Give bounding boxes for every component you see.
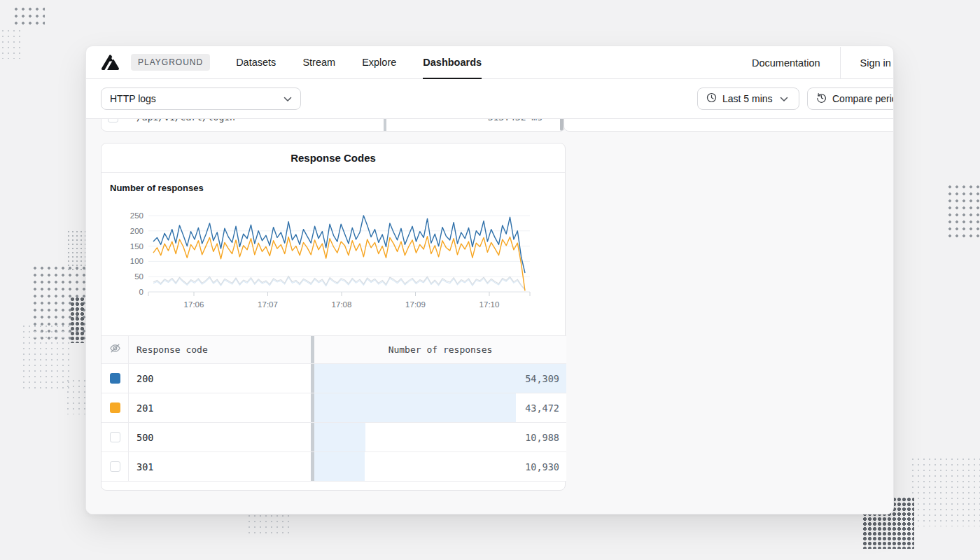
svg-text:250: 250 [130,211,144,220]
app-window: PLAYGROUND DatasetsStreamExploreDashboar… [85,46,894,514]
response-codes-chart[interactable]: 05010015020025017:0617:0717:0817:0917:10 [102,204,566,316]
compare-periods-label: Compare periods [832,93,894,104]
time-range-label: Last 5 mins [722,93,773,104]
column-header-response-code[interactable]: Response code [129,336,311,363]
nav-link-documentation[interactable]: Documentation [752,57,820,69]
nav-tabs: DatasetsStreamExploreDashboards [236,46,482,79]
dataset-select-value: HTTP logs [110,93,156,104]
halftone-decoration [0,28,24,59]
svg-text:50: 50 [134,272,144,281]
nav-left: PLAYGROUND DatasetsStreamExploreDashboar… [86,46,482,78]
toggle-visibility-header[interactable] [102,336,129,363]
route-value: 313.432 ms [488,119,542,122]
nav-right: Documentation Sign in [752,46,891,79]
svg-text:0: 0 [139,288,144,296]
tab-dashboards[interactable]: Dashboards [423,46,482,79]
tab-explore[interactable]: Explore [362,46,396,79]
count-value: 10,930 [525,452,559,481]
table-row[interactable]: 301 10,930 [102,452,566,482]
svg-text:17:10: 17:10 [479,300,500,309]
dataset-select[interactable]: HTTP logs [101,88,301,110]
eye-off-icon [109,342,121,357]
column-header-count[interactable]: Number of responses [314,336,566,363]
response-codes-card: Response Codes Number of responses 05010… [101,143,566,491]
tab-stream[interactable]: Stream [302,46,335,79]
response-code-cell: 201 [129,393,311,422]
series-swatch[interactable] [108,119,118,122]
series-swatch[interactable] [110,461,120,472]
svg-text:17:08: 17:08 [332,300,352,309]
count-cell: 54,309 [314,364,566,393]
table-body: 200 54,309 201 43,472 500 10,988 301 10,… [102,364,566,482]
count-bar [314,452,365,481]
count-cell: 43,472 [314,393,566,422]
chevron-down-icon [780,93,788,104]
nav-link-sign-in[interactable]: Sign in [860,57,891,69]
clipped-card-right [564,119,893,132]
response-code-cell: 200 [129,364,311,393]
table-row[interactable]: 201 43,472 [102,393,566,423]
axiom-logo-icon[interactable] [101,54,120,71]
halftone-decoration [910,456,980,526]
chevron-down-icon [284,93,292,104]
compare-periods-button[interactable]: Compare periods [807,88,894,110]
table-row[interactable]: 200 54,309 [102,364,566,393]
series-swatch[interactable] [110,373,120,384]
tab-datasets[interactable]: Datasets [236,46,276,79]
response-code-cell: 301 [129,452,311,481]
svg-text:17:09: 17:09 [405,300,426,309]
halftone-decoration [246,513,290,534]
top-nav: PLAYGROUND DatasetsStreamExploreDashboar… [86,46,893,79]
series-swatch[interactable] [110,402,120,413]
route-path: /api/v1/cart/login [136,119,235,122]
table-row[interactable]: 500 10,988 [102,423,566,452]
halftone-decoration [946,183,980,238]
chart-ylabel: Number of responses [110,183,565,193]
halftone-decoration [13,6,45,27]
svg-text:100: 100 [130,257,144,265]
svg-text:17:07: 17:07 [258,300,278,309]
count-bar [314,423,365,451]
svg-text:200: 200 [130,227,144,235]
table-header-row: Response code Number of responses [102,336,566,364]
time-range-button[interactable]: Last 5 mins [697,88,799,110]
count-cell: 10,988 [314,423,566,451]
response-code-cell: 500 [129,423,311,451]
nav-divider [840,47,841,79]
count-value: 10,988 [525,423,559,451]
history-icon [816,92,827,105]
dashboard-content: /api/v1/cart/login 313.432 ms Response C… [86,119,893,514]
svg-text:150: 150 [130,242,144,251]
page-background: PLAYGROUND DatasetsStreamExploreDashboar… [0,0,980,560]
halftone-decoration [21,323,71,389]
count-value: 54,309 [525,364,559,393]
count-bar [314,393,516,422]
playground-badge: PLAYGROUND [131,54,210,71]
clock-icon [706,92,717,105]
count-cell: 10,930 [314,452,566,481]
card-title: Response Codes [102,144,565,173]
series-swatch[interactable] [110,432,120,442]
clipped-card-routes: /api/v1/cart/login 313.432 ms [101,119,566,132]
column-divider[interactable] [384,119,386,131]
clipped-table-row[interactable]: /api/v1/cart/login 313.432 ms [102,119,565,131]
count-value: 43,472 [525,393,559,422]
response-codes-table: Response code Number of responses 200 54… [102,335,566,482]
svg-text:17:06: 17:06 [184,300,204,309]
dashboard-toolbar: HTTP logs Last 5 mins Compare periods [86,79,893,119]
